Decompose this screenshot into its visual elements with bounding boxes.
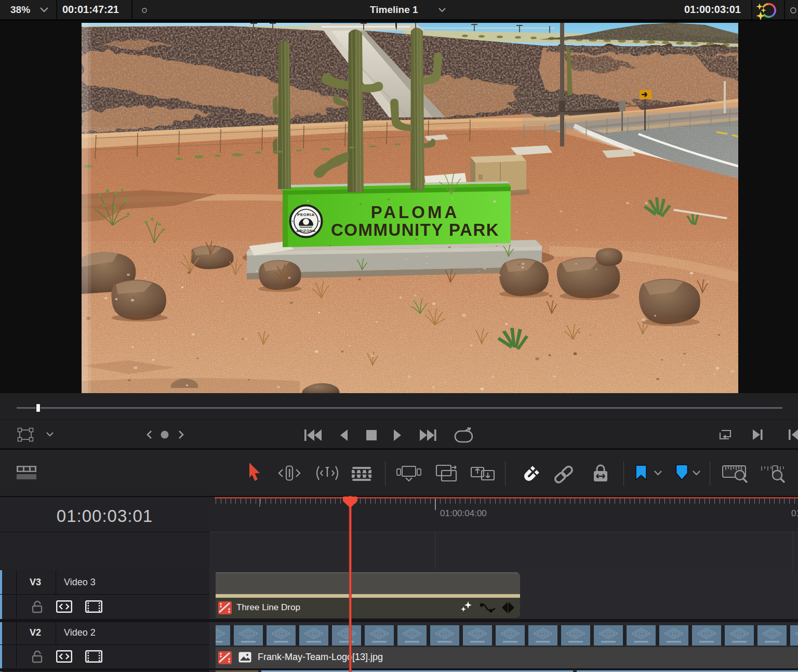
svg-text:PEORIA: PEORIA (297, 212, 315, 217)
svg-text:COMMUNITY PARK: COMMUNITY PARK (331, 220, 499, 239)
svg-text:PALOMA: PALOMA (371, 203, 460, 222)
svg-text:ARIZONA: ARIZONA (296, 229, 316, 233)
